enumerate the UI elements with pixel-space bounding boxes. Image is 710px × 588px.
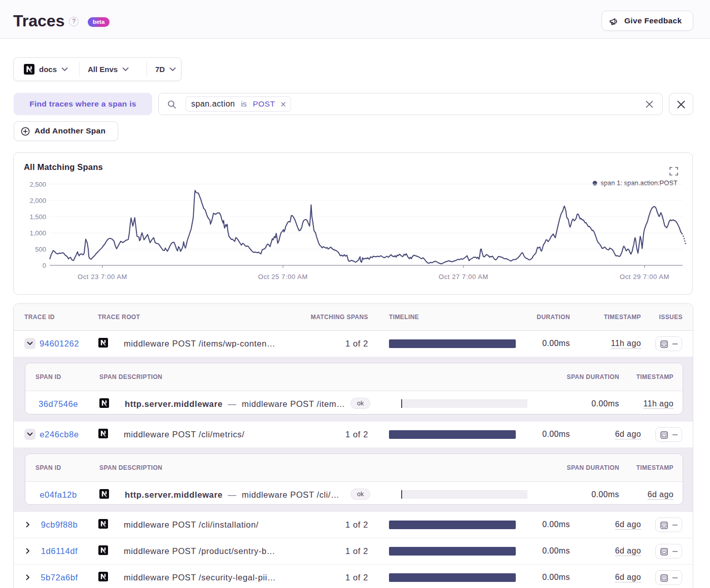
- svg-text:2,000: 2,000: [29, 197, 46, 204]
- svg-text:Oct 27 7:00 AM: Oct 27 7:00 AM: [439, 273, 488, 281]
- svg-text:500: 500: [35, 246, 46, 253]
- svg-text:1,000: 1,000: [29, 229, 46, 237]
- svg-text:Oct 25 7:00 AM: Oct 25 7:00 AM: [258, 273, 308, 281]
- svg-text:Oct 29 7:00 AM: Oct 29 7:00 AM: [620, 273, 669, 281]
- svg-text:2,500: 2,500: [29, 181, 46, 188]
- svg-text:Oct 23 7:00 AM: Oct 23 7:00 AM: [78, 273, 127, 281]
- svg-text:0: 0: [43, 262, 46, 269]
- svg-text:1,500: 1,500: [29, 213, 46, 221]
